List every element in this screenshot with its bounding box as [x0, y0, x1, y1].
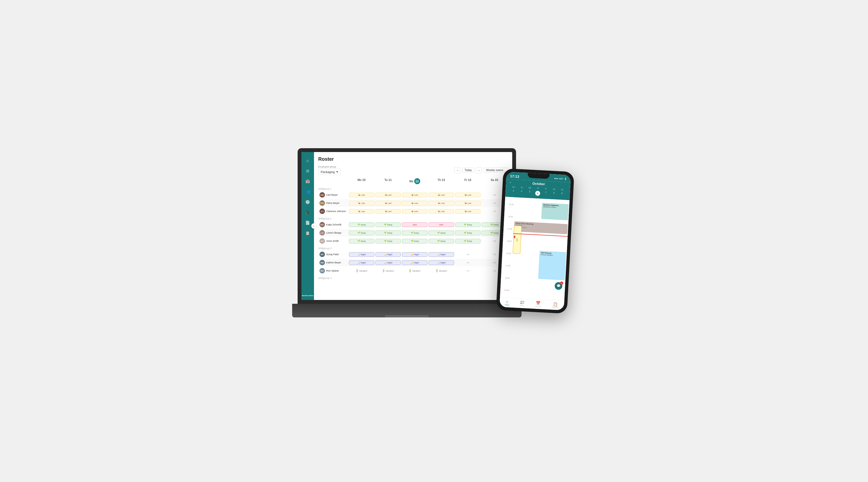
shift-cell[interactable]: 🌤 Late: [375, 209, 401, 214]
shift-cell[interactable]: 🌙 Night: [401, 260, 428, 265]
shift-cell[interactable]: 🌤 Late: [455, 201, 481, 206]
sidebar-brand: WorkforcePlus: [302, 295, 314, 297]
sidebar-icon-home[interactable]: ⌂: [304, 157, 312, 164]
employee-cell: CJ Clarence Johnson: [318, 208, 348, 215]
prev-month-icon[interactable]: ‹: [509, 181, 511, 184]
shift-cell: Off: [455, 269, 481, 272]
phone-nav-requests[interactable]: 📋 Requests: [552, 302, 559, 309]
next-week-button[interactable]: ›: [476, 167, 482, 173]
cal-date-9[interactable]: 9: [558, 191, 566, 198]
cal-date-7[interactable]: 7: [541, 191, 550, 197]
shift-cell[interactable]: 🌱 Early: [455, 222, 481, 227]
shift-cell[interactable]: 🌤 Late: [375, 201, 401, 206]
shift-cell[interactable]: 🌱 Early: [375, 222, 401, 227]
shift-cell[interactable]: 🌤 Late: [375, 192, 401, 198]
shift-cell[interactable]: 🌤 Late: [428, 201, 455, 206]
home-icon: ⌂: [506, 299, 508, 304]
phone-nav-calendar[interactable]: 📅 Calendar: [535, 301, 542, 307]
cal-day-fr: Fr: [542, 188, 550, 190]
view-selector[interactable]: Weekly overvi...: [484, 168, 507, 173]
time-label-19: 19:00: [500, 289, 510, 291]
shift-cell[interactable]: 🌙 Night: [428, 260, 455, 265]
sidebar-icon-grid[interactable]: ⊞: [304, 167, 312, 175]
shift-cell[interactable]: 🌱 Early: [428, 238, 455, 244]
shift-cell[interactable]: 🌤 Late: [348, 192, 375, 198]
phone-calendar-body: 12:00 13:00 14:00 15:00 16:00 17:00 18:0…: [500, 197, 569, 300]
table-row: CB Carl Beyer 🌤 Late 🌤 Late 🌤 Late 🌤 Lat…: [318, 191, 508, 199]
time-label-17: 17:00: [501, 264, 511, 267]
shift-cell[interactable]: 🌙 Night: [428, 252, 455, 257]
shift-cell[interactable]: 🌱 Early: [455, 238, 481, 244]
employee-group-dropdown[interactable]: Packaging ▾: [318, 169, 340, 175]
shift-cell[interactable]: 🌱 Early: [348, 230, 375, 235]
cal-day-su: Su: [558, 188, 566, 191]
cal-date-6[interactable]: 6: [533, 190, 542, 196]
prev-week-button[interactable]: ‹: [454, 167, 460, 173]
requests-icon: 📋: [553, 302, 558, 307]
time-label-15: 15:00: [503, 240, 513, 243]
shift-cell[interactable]: ⏳ Vacation: [348, 269, 375, 272]
employee-group-select[interactable]: Employee group Packaging ▾: [318, 165, 340, 175]
shift-cell[interactable]: Sick: [428, 222, 455, 227]
shift-cell[interactable]: 🌙 Night: [348, 252, 375, 257]
shift-cell[interactable]: 🌙 Night: [375, 260, 401, 265]
event-late-badge: Late !: [513, 225, 522, 254]
shift-cell[interactable]: ⏳ Vacation: [428, 269, 455, 272]
sidebar-icon-clipboard[interactable]: 📋: [304, 229, 312, 237]
cal-date-5[interactable]: 5: [525, 190, 534, 196]
cal-day-we: We: [526, 187, 534, 189]
shiftgroup-1-label: Shiftgroup 1: [318, 186, 508, 191]
phone-nav-label: Requests: [552, 307, 559, 309]
shiftgroup-3-label: Shiftgroup 3: [318, 245, 508, 251]
sidebar-icon-calendar[interactable]: 📅: [304, 178, 312, 185]
employee-cell: LA Lionel Allsopp: [318, 229, 348, 236]
employee-group-value: Packaging: [321, 170, 335, 173]
shift-cell[interactable]: Sick: [401, 222, 428, 227]
cal-date-4[interactable]: 4: [517, 189, 526, 196]
phone-time: 17:13: [510, 174, 519, 179]
sidebar-icon-users[interactable]: 👥: [304, 188, 312, 195]
shift-cell[interactable]: 🌤 Late: [348, 209, 375, 214]
shift-cell[interactable]: 🌙 Night: [401, 252, 428, 257]
shift-cell[interactable]: 🌙 Night: [348, 260, 375, 265]
event-toni-soccer[interactable]: Toni Soccer Forest stadion: [538, 251, 566, 280]
alert-icon: !: [513, 235, 515, 238]
event-shop-floor-meeting[interactable]: Shop Floor Meeting Adjuster Hall 1, Line…: [514, 221, 568, 234]
shift-cell: Off: [455, 261, 481, 264]
shift-cell[interactable]: ⏳ Vacation: [375, 269, 401, 272]
today-button[interactable]: Today: [462, 168, 474, 173]
shift-cell[interactable]: 🌤 Late: [401, 209, 428, 214]
phone-nav-label: Home: [504, 304, 509, 306]
shift-cell[interactable]: 🌱 Early: [401, 238, 428, 244]
shift-cell[interactable]: 🌱 Early: [348, 222, 375, 227]
sidebar-icon-award[interactable]: 🎓: [304, 208, 312, 216]
shift-cell[interactable]: 🌤 Late: [401, 201, 428, 206]
cal-date-8[interactable]: 8: [550, 191, 558, 198]
table-row: KB Kathrin Beyer 🌙 Night 🌙 Night 🌙 Night…: [318, 259, 508, 266]
grid-header: Mo 10 Tu 11 We 12 Th 13 Fr 14 Sa 15: [318, 178, 508, 184]
shift-cell[interactable]: 🌤 Late: [428, 209, 455, 214]
sidebar-icon-time[interactable]: 🕐: [304, 198, 312, 206]
shift-cell[interactable]: 🌱 Early: [428, 230, 455, 235]
phone-nav-news[interactable]: 📰 News: [519, 300, 524, 307]
shift-cell[interactable]: 🌱 Early: [401, 230, 428, 235]
shift-cell[interactable]: 🌤 Late: [455, 192, 481, 198]
shift-cell[interactable]: 🌱 Early: [455, 230, 481, 235]
shift-cell[interactable]: 🌤 Late: [455, 209, 481, 214]
shift-cell[interactable]: 🌱 Early: [375, 230, 401, 235]
avatar: RS: [319, 268, 325, 274]
main-content: Roster Employee group Packaging ▾ ‹: [314, 152, 512, 300]
event-doctors-appointment[interactable]: Doctors Appoint... Medical Centre: [541, 203, 569, 220]
shift-cell[interactable]: 🌙 Night: [375, 252, 401, 257]
shift-cell[interactable]: 🌤 Late: [401, 192, 428, 198]
sidebar-collapse-button[interactable]: ›: [311, 223, 317, 229]
shift-cell[interactable]: 🌱 Early: [348, 238, 375, 244]
shift-cell[interactable]: 🌤 Late: [428, 192, 455, 198]
shift-cell[interactable]: 🌱 Early: [375, 238, 401, 244]
cal-date-3[interactable]: 3: [509, 189, 518, 195]
shift-cell[interactable]: ⏳ Vacation: [401, 269, 428, 272]
sidebar-icon-file[interactable]: 📄: [304, 219, 312, 227]
avatar: PM: [319, 200, 325, 206]
shift-cell[interactable]: 🌤 Late: [348, 201, 375, 206]
phone-nav-home[interactable]: ⌂ Home: [504, 299, 509, 306]
